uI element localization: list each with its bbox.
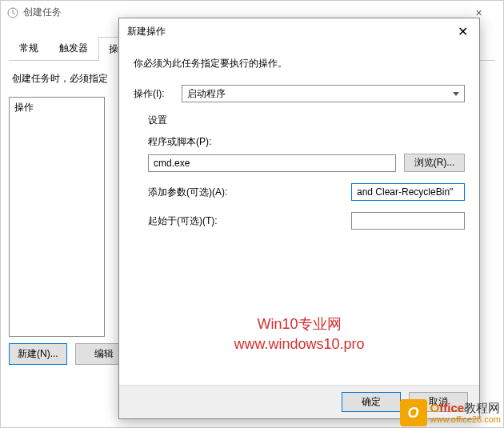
program-label: 程序或脚本(P):: [148, 135, 465, 149]
program-input[interactable]: cmd.exe: [148, 154, 396, 172]
watermark-line2: www.windows10.pro: [119, 334, 479, 354]
settings-group-label: 设置: [148, 114, 465, 127]
action-combobox-value: 启动程序: [187, 87, 226, 101]
arguments-label: 添加参数(可选)(A):: [148, 186, 249, 199]
modal-title: 新建操作: [127, 25, 454, 38]
new-action-button[interactable]: 新建(N)...: [9, 343, 67, 365]
actions-list-header: 操作: [14, 101, 99, 114]
ok-button-label: 确定: [362, 396, 381, 407]
action-label: 操作(I):: [134, 87, 182, 101]
browse-button[interactable]: 浏览(R)...: [404, 154, 465, 172]
tab-general[interactable]: 常规: [9, 36, 49, 60]
badge-main-text: Office教程网: [430, 402, 501, 415]
startin-input[interactable]: [351, 212, 465, 230]
close-icon[interactable]: ✕: [454, 24, 471, 39]
modal-titlebar: 新建操作 ✕: [119, 18, 479, 44]
actions-listbox[interactable]: 操作: [9, 97, 105, 337]
clock-icon: [7, 7, 18, 18]
watermark-line1: Win10专业网: [119, 314, 479, 334]
badge-sub-text: www.office26.com: [430, 414, 501, 424]
modal-instruction: 你必须为此任务指定要执行的操作。: [134, 57, 465, 70]
action-combobox[interactable]: 启动程序: [182, 85, 465, 102]
startin-label: 起始于(可选)(T):: [148, 214, 249, 228]
new-button-label: 新建(N)...: [18, 348, 58, 359]
tab-triggers[interactable]: 触发器: [49, 36, 98, 60]
watermark: Win10专业网 www.windows10.pro: [119, 314, 479, 354]
browse-button-label: 浏览(R)...: [414, 157, 455, 168]
arguments-input[interactable]: and Clear-RecycleBin": [351, 183, 465, 201]
modal-body: 你必须为此任务指定要执行的操作。 操作(I): 启动程序 设置 程序或脚本(P)…: [119, 44, 479, 247]
ok-button[interactable]: 确定: [342, 392, 401, 412]
edit-button-label: 编辑: [94, 348, 114, 359]
site-badge: O Office教程网 www.office26.com: [400, 399, 501, 426]
arguments-input-value: and Clear-RecycleBin": [357, 186, 453, 198]
badge-icon: O: [400, 399, 427, 426]
new-action-dialog: 新建操作 ✕ 你必须为此任务指定要执行的操作。 操作(I): 启动程序 设置 程…: [118, 18, 480, 419]
program-input-value: cmd.exe: [154, 158, 190, 169]
